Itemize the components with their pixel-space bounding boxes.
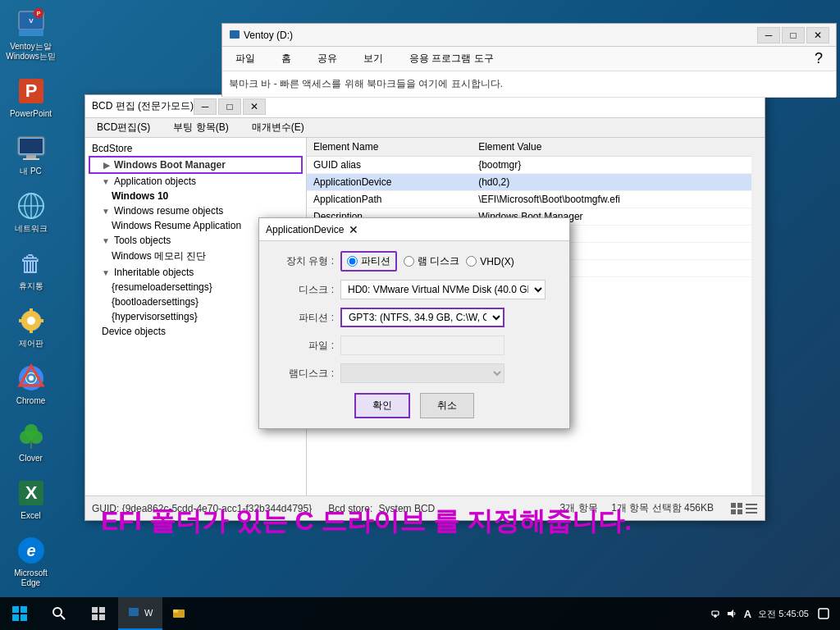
- chrome-icon-label: Chrome: [16, 396, 46, 406]
- mypc-icon: [15, 132, 48, 165]
- svg-text:P: P: [25, 80, 37, 101]
- radio-vhd-input[interactable]: [466, 256, 477, 267]
- ramdisk-label: 램디스크 :: [272, 367, 334, 381]
- svg-rect-9: [26, 155, 36, 158]
- ventoy-bookmark-bar: 북마크 바 - 빠른 액세스를 위해 북마크들을 여기에 표시합니다.: [222, 71, 836, 98]
- icon-recycle[interactable]: 🗑 휴지통: [2, 244, 60, 294]
- bcd-close-btn[interactable]: ✕: [243, 98, 266, 115]
- taskbar-task-view-icon[interactable]: [79, 597, 118, 630]
- svg-text:X: X: [25, 482, 37, 503]
- bcd-titlebar-buttons: ─ □ ✕: [194, 98, 266, 115]
- dialog-body: 장치 유형 : 파티션 램 디스크 VHD(X): [259, 241, 569, 428]
- ventoy-window: Ventoy (D:) ─ □ ✕ 파일 홈 공유 보기 응용 프로그램 도구 …: [221, 23, 837, 97]
- icon-controlpanel[interactable]: 제어판: [2, 301, 60, 352]
- powerpoint-icon: P: [15, 75, 48, 107]
- powerpoint-icon-label: PowerPoint: [10, 109, 52, 119]
- icon-mypc[interactable]: 내 PC: [2, 129, 60, 180]
- language-indicator[interactable]: A: [744, 608, 751, 620]
- radio-ramdisk-input[interactable]: [404, 256, 414, 267]
- bcd-titlebar: BCD 편집 (전문가모드) ─ □ ✕: [85, 95, 765, 118]
- ventoy-maximize-btn[interactable]: □: [782, 27, 805, 43]
- icon-edge[interactable]: e MicrosoftEdge: [2, 531, 60, 591]
- table-row[interactable]: GUID alias {bootmgr}: [307, 157, 751, 174]
- taskbar-window-explorer[interactable]: [162, 597, 195, 630]
- edge-icon: e: [15, 534, 48, 567]
- svg-rect-52: [92, 614, 98, 620]
- svg-point-27: [29, 376, 34, 381]
- bcd-scrollbar[interactable]: [751, 138, 765, 520]
- start-button[interactable]: [0, 597, 39, 630]
- system-tray: [710, 608, 737, 619]
- device-type-controls: 파티션 램 디스크 VHD(X): [340, 251, 514, 272]
- radio-ramdisk[interactable]: 램 디스크: [404, 254, 459, 268]
- svg-rect-56: [173, 609, 178, 613]
- help-button[interactable]: ?: [808, 48, 829, 69]
- svg-rect-50: [92, 607, 98, 613]
- ventoy-toolbar: 파일 홈 공유 보기 응용 프로그램 도구 ?: [222, 47, 836, 71]
- taskbar: W A 오전 5:45:05: [0, 597, 840, 630]
- device-type-row: 장치 유형 : 파티션 램 디스크 VHD(X): [272, 251, 556, 272]
- desktop-icons-container: V P Ventoy는알Windows는믿 P PowerPoint: [0, 0, 62, 596]
- ventoy-minimize-btn[interactable]: ─: [757, 27, 780, 43]
- tree-application-objects[interactable]: ▼ Application objects: [89, 174, 303, 189]
- icon-clover[interactable]: Clover: [2, 416, 60, 467]
- network-tray-icon: [710, 608, 721, 619]
- volume-icon: [726, 608, 737, 619]
- menu-bcd-edit[interactable]: BCD편집(S): [92, 119, 155, 136]
- partition-select[interactable]: GPT3: (NTFS, 34.9 GB, C:\W, OS): [340, 308, 504, 327]
- ventoy-titlebar: Ventoy (D:) ─ □ ✕: [222, 24, 836, 47]
- ventoy-close-btn[interactable]: ✕: [806, 27, 829, 43]
- tree-windows-resume-objects[interactable]: ▼ Windows resume objects: [89, 203, 303, 218]
- notification-button[interactable]: [815, 601, 832, 626]
- svg-marker-58: [728, 609, 733, 618]
- partition-row: 파티션 : GPT3: (NTFS, 34.9 GB, C:\W, OS): [272, 308, 556, 327]
- svg-rect-10: [23, 158, 39, 160]
- ok-button[interactable]: 확인: [354, 393, 410, 418]
- network-icon-label: 네트워크: [15, 224, 48, 234]
- radio-partition-input[interactable]: [347, 256, 358, 267]
- svg-rect-11: [20, 139, 43, 153]
- clock: 오전 5:45:05: [758, 608, 809, 620]
- tree-bcdstore[interactable]: BcdStore: [89, 141, 303, 156]
- file-input[interactable]: [340, 336, 504, 355]
- ventoy-title: Ventoy (D:): [229, 30, 757, 41]
- svg-rect-53: [99, 614, 105, 620]
- svg-rect-59: [819, 609, 829, 619]
- radio-partition[interactable]: 파티션: [340, 251, 397, 272]
- icon-powerpoint[interactable]: P PowerPoint: [2, 71, 60, 122]
- icon-ventoy[interactable]: V P Ventoy는알Windows는믿: [2, 4, 60, 65]
- desktop: V P Ventoy는알Windows는믿 P PowerPoint: [0, 0, 840, 630]
- icon-chrome[interactable]: Chrome: [2, 358, 60, 409]
- tree-windows10[interactable]: Windows 10: [89, 189, 303, 203]
- toolbar-file[interactable]: 파일: [229, 50, 262, 67]
- recycle-icon: 🗑: [15, 247, 48, 280]
- disk-select[interactable]: HD0: VMware Virtual NVMe Disk (40.0 GB, …: [340, 280, 546, 299]
- toolbar-share[interactable]: 공유: [311, 50, 344, 67]
- svg-point-18: [27, 317, 35, 325]
- cancel-button[interactable]: 취소: [420, 393, 474, 418]
- toolbar-tools[interactable]: 응용 프로그램 도구: [403, 50, 500, 67]
- tree-windows-boot-manager[interactable]: ▶ Windows Boot Manager: [89, 156, 303, 174]
- recycle-icon-label: 휴지통: [19, 281, 43, 291]
- svg-rect-47: [21, 614, 27, 621]
- ventoy-icon-label: Ventoy는알Windows는믿: [6, 42, 56, 62]
- menu-params[interactable]: 매개변수(E): [247, 119, 309, 136]
- radio-vhd[interactable]: VHD(X): [466, 256, 514, 267]
- taskbar-window-bcd[interactable]: W: [118, 597, 162, 630]
- bcd-minimize-btn[interactable]: ─: [194, 98, 217, 115]
- svg-rect-45: [21, 606, 27, 613]
- partition-label: 파티션 :: [272, 311, 334, 325]
- table-row-highlighted[interactable]: ApplicationDevice (hd0,2): [307, 174, 751, 191]
- taskbar-search-icon[interactable]: [39, 597, 79, 630]
- icon-network[interactable]: 네트워크: [2, 186, 60, 237]
- table-row[interactable]: ApplicationPath \EFI\Microsoft\Boot\boot…: [307, 191, 751, 208]
- svg-rect-21: [19, 319, 24, 322]
- bcd-maximize-btn[interactable]: □: [218, 98, 241, 115]
- toolbar-view[interactable]: 보기: [357, 50, 390, 67]
- controlpanel-icon-label: 제어판: [19, 339, 43, 349]
- icon-excel[interactable]: X Excel: [2, 473, 60, 524]
- dialog-close-btn[interactable]: ✕: [344, 221, 363, 238]
- application-device-dialog: ApplicationDevice ✕ 장치 유형 : 파티션 램 디스크: [258, 217, 570, 429]
- menu-boot-items[interactable]: 부팅 항목(B): [168, 119, 233, 136]
- toolbar-home[interactable]: 홈: [275, 50, 298, 67]
